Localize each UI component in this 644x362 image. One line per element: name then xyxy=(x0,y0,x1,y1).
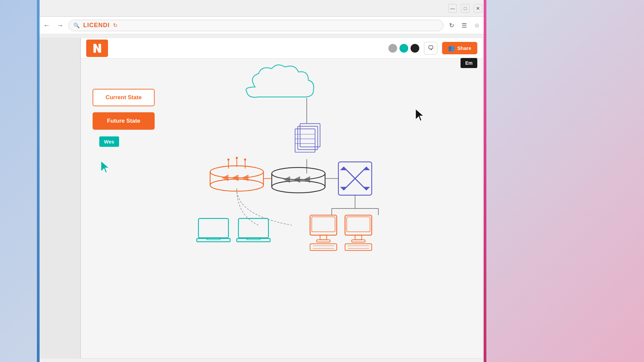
lucid-logo-icon xyxy=(91,42,104,55)
svg-marker-55 xyxy=(101,161,109,173)
svg-rect-39 xyxy=(237,238,270,242)
back-button[interactable]: ← xyxy=(42,20,52,31)
network-diagram xyxy=(81,59,483,358)
svg-rect-42 xyxy=(312,217,335,232)
svg-rect-45 xyxy=(310,244,336,250)
reload-button[interactable]: ↻ xyxy=(447,21,456,30)
svg-rect-51 xyxy=(352,240,365,242)
svg-rect-41 xyxy=(310,215,336,235)
address-bar[interactable]: 🔍 LICENDI ↻ xyxy=(68,20,443,31)
svg-point-17 xyxy=(244,159,246,161)
svg-point-15 xyxy=(227,159,229,161)
svg-rect-50 xyxy=(355,235,362,240)
svg-rect-52 xyxy=(345,244,372,250)
menu-button[interactable]: ☰ xyxy=(460,21,469,30)
maximize-button[interactable]: □ xyxy=(461,4,470,13)
comment-button[interactable]: 🗨 xyxy=(424,42,437,55)
close-button[interactable]: ✕ xyxy=(474,4,482,13)
svg-rect-43 xyxy=(320,235,327,240)
lucid-logo[interactable] xyxy=(86,40,108,57)
forward-button[interactable]: → xyxy=(55,20,65,31)
svg-rect-49 xyxy=(347,217,370,232)
svg-rect-36 xyxy=(197,238,230,242)
comment-icon: 🗨 xyxy=(428,45,434,52)
search-icon: 🔍 xyxy=(73,22,80,28)
bookmark-button[interactable]: ☆ xyxy=(472,21,482,30)
brand-arrow-icon: ↻ xyxy=(113,22,117,28)
diagram-canvas: Current State Future State Wes xyxy=(81,59,483,358)
color-dots xyxy=(388,44,419,53)
share-people-icon: 👥 xyxy=(448,45,455,51)
share-button[interactable]: 👥 Share xyxy=(442,42,477,54)
cursor-arrow xyxy=(101,161,111,176)
svg-rect-35 xyxy=(199,219,228,238)
color-dot-gray[interactable] xyxy=(388,44,397,53)
minimize-button[interactable]: — xyxy=(448,4,457,13)
em-tooltip: Em xyxy=(461,58,477,68)
color-dot-teal[interactable] xyxy=(399,44,408,53)
svg-rect-38 xyxy=(238,219,268,238)
svg-point-16 xyxy=(236,157,238,159)
brand-logo: LICENDI xyxy=(83,22,110,29)
svg-point-19 xyxy=(272,181,325,193)
svg-marker-56 xyxy=(416,109,424,121)
svg-rect-44 xyxy=(317,240,330,242)
svg-rect-48 xyxy=(345,215,372,235)
cursor-main xyxy=(416,109,426,124)
color-dot-black[interactable] xyxy=(411,44,419,53)
